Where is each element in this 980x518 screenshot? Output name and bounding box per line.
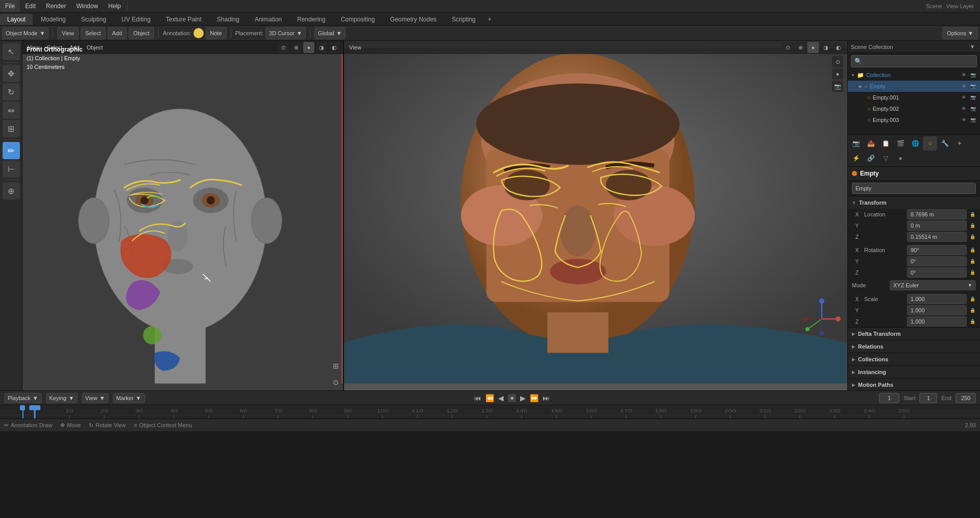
location-z-lock[interactable]: 🔒 — [969, 234, 976, 239]
prop-tab-object[interactable]: ○ — [923, 136, 937, 151]
prop-tab-scene[interactable]: 🎬 — [893, 136, 908, 151]
select-menu-btn[interactable]: Select — [81, 27, 106, 39]
status-annotation-draw[interactable]: ✏ Annotation Draw — [4, 422, 52, 429]
vp-photo-overlay[interactable]: ⊙ — [832, 56, 843, 67]
timeline-track[interactable]: 1 10 20 30 40 50 60 70 80 90 100 110 120 — [0, 405, 980, 418]
jump-end-btn[interactable]: ⏭ — [543, 394, 550, 402]
scale-z-lock[interactable]: 🔒 — [969, 319, 976, 324]
mode-dropdown[interactable]: Object Mode ▼ — [2, 27, 48, 39]
vp-photo-render-icon[interactable]: ◐ — [833, 42, 844, 53]
start-frame-field[interactable]: 1 — [919, 393, 937, 403]
scale-x-lock[interactable]: 🔒 — [969, 297, 976, 302]
rotation-x-value[interactable]: 90° — [907, 245, 967, 255]
empty003-vis-btn[interactable]: 👁 — [960, 116, 968, 124]
scale-x-value[interactable]: 1.000 — [907, 294, 967, 304]
tab-compositing[interactable]: Compositing — [334, 14, 382, 25]
vp-photo-overlay-icon[interactable]: ⊙ — [782, 42, 793, 53]
collections-header[interactable]: ▶ Collections — [848, 353, 980, 365]
prop-object-name-field[interactable]: Empty — [852, 183, 976, 194]
delta-header[interactable]: ▶ Delta Transform — [848, 328, 980, 340]
prop-tab-physics[interactable]: ⚡ — [849, 151, 863, 165]
instancing-header[interactable]: ▶ Instancing — [848, 366, 980, 378]
location-x-value[interactable]: 8.7696 m — [907, 209, 967, 219]
outliner-filter-icon[interactable]: ▼ — [968, 42, 977, 52]
vp-photo-view[interactable]: View — [347, 44, 363, 51]
status-move[interactable]: ✥ Move — [60, 422, 81, 429]
rotation-y-value[interactable]: 0° — [907, 256, 967, 266]
view-menu-btn[interactable]: View — [57, 27, 79, 39]
vp-3d-shading-render[interactable]: ◐ — [329, 42, 340, 53]
vp-photo-gizmo-icon[interactable]: ⊕ — [795, 42, 806, 53]
add-menu-btn[interactable]: Add — [108, 27, 127, 39]
motion-paths-header[interactable]: ▶ Motion Paths — [848, 379, 980, 390]
play-btn[interactable]: ▶ — [520, 394, 526, 402]
vp-3d-gizmo-icon[interactable]: ⊕ — [290, 42, 302, 53]
measure-tool[interactable]: ⊢ — [3, 160, 20, 178]
jump-start-btn[interactable]: ⏮ — [474, 394, 481, 402]
collection-vis-btn[interactable]: 👁 — [960, 71, 968, 79]
grid-btn[interactable]: ⊞ — [333, 362, 339, 370]
annotation-color-dot[interactable] — [193, 28, 204, 38]
outliner-item-collection[interactable]: ▼ 📁 Collection 👁 📷 — [848, 69, 980, 81]
tab-shading[interactable]: Shading — [210, 14, 247, 25]
menu-render[interactable]: Render — [41, 0, 71, 12]
playhead[interactable] — [22, 405, 23, 418]
transform-header[interactable]: ▼ Transform — [848, 196, 980, 209]
next-frame-btn[interactable]: ⏩ — [530, 394, 538, 402]
prop-tab-object-data[interactable]: ▽ — [878, 151, 893, 165]
scale-z-value[interactable]: 1.000 — [907, 316, 967, 327]
location-x-lock[interactable]: 🔒 — [969, 212, 976, 217]
relations-header[interactable]: ▶ Relations — [848, 340, 980, 353]
marker-dropdown[interactable]: Marker ▼ — [113, 393, 145, 403]
prop-tab-constraints[interactable]: 🔗 — [864, 151, 878, 165]
vp-photo-shading[interactable]: ● — [832, 68, 843, 80]
location-y-value[interactable]: 0 m — [907, 220, 967, 231]
rotation-y-lock[interactable]: 🔒 — [969, 259, 976, 264]
vp-photo-solid-icon[interactable]: ● — [807, 42, 819, 53]
status-object-context-menu[interactable]: ≡ Object Context Menu — [134, 422, 192, 428]
prop-tab-output[interactable]: 📤 — [864, 136, 878, 151]
menu-help[interactable]: Help — [103, 0, 126, 12]
tab-add-button[interactable]: + — [484, 14, 496, 25]
gizmo-widget[interactable] — [801, 299, 842, 339]
tab-scripting[interactable]: Scripting — [445, 14, 483, 25]
menu-window[interactable]: Window — [71, 0, 103, 12]
tab-sculpting[interactable]: Sculpting — [74, 14, 113, 25]
rotate-tool[interactable]: ↻ — [3, 83, 20, 101]
move-tool[interactable]: ✥ — [3, 65, 20, 82]
tab-uv-editing[interactable]: UV Editing — [114, 14, 158, 25]
prop-tab-material[interactable]: ● — [893, 151, 908, 165]
scale-y-value[interactable]: 1.000 — [907, 305, 967, 315]
rotation-z-lock[interactable]: 🔒 — [969, 270, 976, 275]
tab-geometry-nodes[interactable]: Geometry Nodes — [383, 14, 444, 25]
outliner-item-empty001[interactable]: ○ Empty.001 👁 📷 — [848, 92, 980, 103]
prop-tab-modifier[interactable]: 🔧 — [938, 136, 952, 151]
tab-modeling[interactable]: Modeling — [34, 14, 73, 25]
add-tool[interactable]: ⊕ — [3, 182, 20, 200]
current-frame-field[interactable]: 1 — [879, 393, 899, 403]
cursor-dropdown[interactable]: 3D Cursor ▼ — [265, 27, 306, 39]
rotation-mode-dropdown[interactable]: XYZ Euler ▼ — [890, 280, 976, 290]
prop-tab-view-layer[interactable]: 📋 — [878, 136, 893, 151]
prop-tab-particles[interactable]: ✦ — [952, 136, 967, 151]
empty002-render-btn[interactable]: 📷 — [969, 105, 977, 113]
end-frame-field[interactable]: 250 — [955, 393, 976, 403]
scale-y-lock[interactable]: 🔒 — [969, 308, 976, 313]
outliner-search[interactable]: 🔍 — [851, 55, 977, 67]
status-rotate-view[interactable]: ↻ Rotate View — [89, 422, 126, 429]
zoom-to-fit-btn[interactable]: ⊙ — [333, 378, 339, 386]
viewport-3d[interactable]: View Select Add Object ⊙ ⊕ ● ◑ ◐ Front O… — [22, 41, 344, 390]
menu-edit[interactable]: Edit — [20, 0, 41, 12]
note-btn[interactable]: Note — [206, 27, 227, 39]
empty-vis-btn[interactable]: 👁 — [960, 82, 968, 90]
tab-animation[interactable]: Animation — [248, 14, 289, 25]
timeline-view-dropdown[interactable]: View ▼ — [82, 393, 109, 403]
tab-rendering[interactable]: Rendering — [290, 14, 332, 25]
options-btn[interactable]: Options ▼ — [942, 27, 978, 39]
keying-dropdown[interactable]: Keying ▼ — [46, 393, 78, 403]
empty001-render-btn[interactable]: 📷 — [969, 93, 977, 102]
outliner-search-input[interactable] — [864, 58, 973, 64]
rotation-x-lock[interactable]: 🔒 — [969, 248, 976, 253]
outliner-item-empty002[interactable]: ○ Empty.002 👁 📷 — [848, 103, 980, 114]
vp-photo-camera[interactable]: 📷 — [832, 81, 843, 92]
